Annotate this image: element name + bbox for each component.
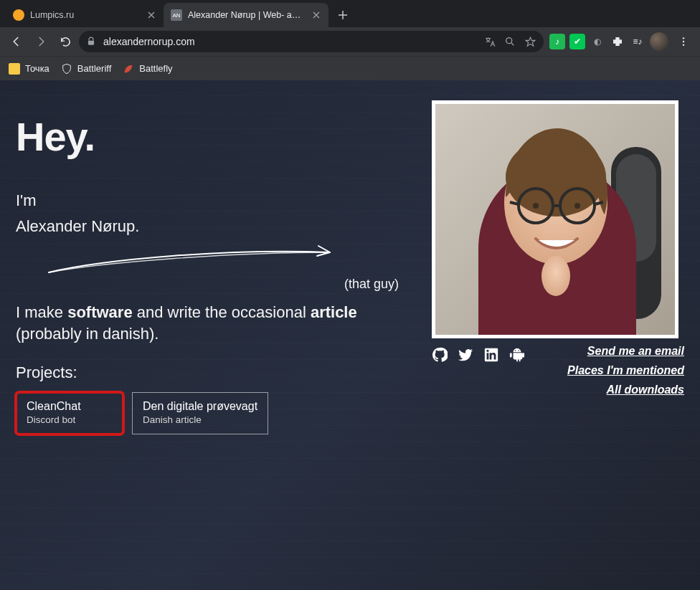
project-subtitle: Danish article — [143, 414, 257, 425]
project-title: Den digitale prøvevagt — [143, 400, 257, 413]
project-card-cleanchat[interactable]: CleanChat Discord bot — [16, 392, 123, 434]
tab-close-icon[interactable] — [311, 10, 321, 20]
twitter-icon[interactable] — [458, 347, 473, 363]
favicon-icon: AN — [171, 9, 182, 21]
extension-shield-icon[interactable]: ✔ — [569, 34, 585, 49]
reload-button[interactable] — [55, 31, 76, 52]
tab-strip: Lumpics.ru AN Alexander Nørup | Web- and… — [0, 0, 700, 27]
project-title: CleanChat — [27, 400, 113, 413]
browser-tab-1[interactable]: AN Alexander Nørup | Web- and sof — [164, 3, 328, 27]
svg-rect-1 — [88, 41, 94, 45]
tab-title: Alexander Nørup | Web- and sof — [188, 10, 306, 20]
hero-heading: Hey. — [16, 113, 403, 160]
blurb-text: (probably in danish). — [16, 325, 159, 343]
blurb-bold-software: software — [67, 303, 132, 321]
social-icons-row — [432, 347, 525, 363]
browser-tab-0[interactable]: Lumpics.ru — [6, 3, 164, 27]
lock-icon — [86, 37, 96, 47]
bookmark-item-0[interactable]: Точка — [9, 63, 49, 75]
svg-point-4 — [683, 41, 684, 42]
intro-line-2: Alexander Nørup. — [16, 216, 403, 237]
svg-point-13 — [533, 203, 539, 209]
profile-links: Send me an email Places I'm mentioned Al… — [567, 341, 684, 400]
extension-music-icon[interactable]: ♪ — [549, 34, 565, 49]
projects-heading: Projects: — [16, 363, 403, 382]
profile-photo-frame — [432, 100, 678, 338]
tab-title: Lumpics.ru — [30, 10, 141, 20]
link-places-mentioned[interactable]: Places I'm mentioned — [567, 361, 684, 380]
blurb-text: and write the occasional — [133, 303, 311, 321]
project-card-provevagt[interactable]: Den digitale prøvevagt Danish article — [132, 392, 268, 434]
github-icon[interactable] — [432, 347, 448, 363]
link-send-email[interactable]: Send me an email — [567, 341, 684, 361]
svg-point-14 — [574, 203, 580, 209]
hero-left-column: Hey. I'm Alexander Nørup. (that guy) I m… — [16, 100, 403, 434]
bookmark-item-1[interactable]: Battleriff — [61, 63, 111, 75]
link-all-downloads[interactable]: All downloads — [567, 380, 684, 399]
android-icon[interactable] — [509, 347, 525, 363]
address-bar[interactable]: alexandernorup.com — [79, 31, 544, 52]
zoom-icon[interactable] — [503, 35, 516, 48]
extension-playlist-icon[interactable]: ≡♪ — [630, 34, 645, 49]
hero-blurb: I make software and write the occasional… — [16, 302, 403, 344]
that-guy-label: (that guy) — [16, 277, 403, 292]
url-text: alexandernorup.com — [103, 36, 476, 47]
forward-button[interactable] — [30, 31, 52, 52]
intro-line-1: I'm — [16, 190, 403, 211]
browser-window: Lumpics.ru AN Alexander Nørup | Web- and… — [0, 0, 700, 590]
folder-icon — [9, 63, 20, 75]
shield-icon — [61, 63, 72, 75]
back-button[interactable] — [6, 31, 27, 52]
svg-point-5 — [683, 44, 684, 45]
bookmark-label: Точка — [25, 63, 49, 74]
new-tab-button[interactable] — [333, 5, 353, 25]
bookmarks-bar: Точка Battleriff Battlefly — [0, 56, 700, 80]
page-viewport: Hey. I'm Alexander Nørup. (that guy) I m… — [0, 80, 700, 590]
extensions-menu-icon[interactable] — [610, 34, 625, 49]
tab-close-icon[interactable] — [146, 10, 156, 20]
bookmark-item-2[interactable]: Battlefly — [123, 63, 172, 75]
hand-drawn-arrow-icon — [44, 244, 346, 277]
svg-point-15 — [541, 256, 570, 296]
svg-point-3 — [683, 37, 684, 39]
bookmark-label: Battleriff — [77, 63, 111, 74]
blurb-text: I make — [16, 303, 67, 321]
star-icon[interactable] — [524, 35, 536, 48]
linkedin-icon[interactable] — [483, 347, 499, 363]
svg-point-17 — [519, 350, 519, 351]
project-subtitle: Discord bot — [27, 414, 113, 425]
profile-avatar[interactable] — [650, 32, 668, 51]
favicon-icon — [13, 9, 24, 21]
profile-photo — [435, 104, 675, 335]
blurb-bold-article: article — [311, 303, 357, 321]
leaf-icon — [123, 63, 134, 75]
svg-point-16 — [515, 350, 516, 351]
bookmark-label: Battlefly — [139, 63, 172, 74]
svg-point-2 — [506, 38, 512, 44]
extension-blob-icon[interactable]: ◐ — [590, 34, 605, 49]
translate-icon[interactable] — [483, 35, 496, 48]
project-cards: CleanChat Discord bot Den digitale prøve… — [16, 392, 403, 434]
extensions-row: ♪ ✔ ◐ ≡♪ — [549, 31, 694, 52]
hero-right-column: Send me an email Places I'm mentioned Al… — [432, 100, 684, 434]
browser-toolbar: alexandernorup.com ♪ ✔ ◐ ≡♪ — [0, 27, 700, 56]
kebab-menu-icon[interactable] — [673, 31, 694, 52]
